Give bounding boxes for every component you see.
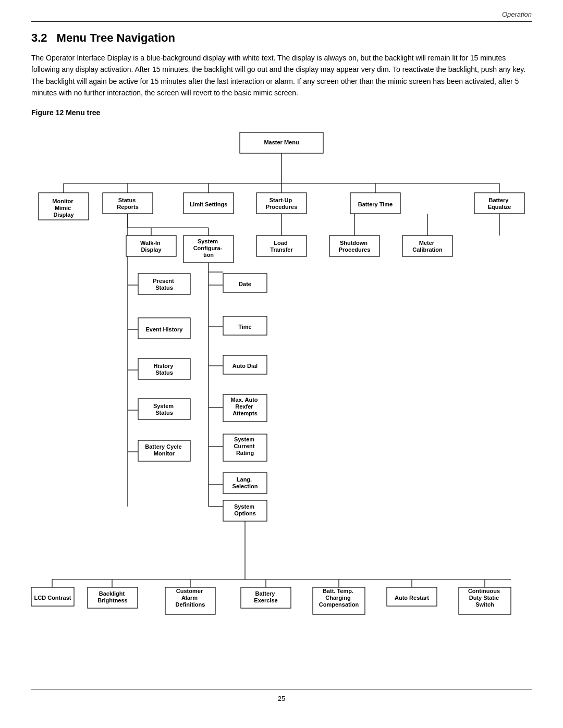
page-header: Operation — [31, 10, 532, 22]
node-present-status-text: Present Status — [153, 277, 175, 290]
node-auto-dial-text: Auto Dial — [232, 362, 258, 368]
node-battery-equalize-text: Battery Equalize — [488, 196, 511, 209]
node-system-options-text: System Options — [234, 503, 256, 516]
body-text: The Operator Interface Display is a blue… — [31, 52, 532, 99]
node-battery-exercise-text: Battery Exercise — [254, 590, 277, 603]
node-time-text: Time — [238, 323, 251, 329]
node-system-current-text: System Current Rating — [234, 436, 256, 455]
node-startup-text: Start-Up Procedures — [266, 196, 298, 209]
node-date-text: Date — [239, 280, 251, 287]
node-system-status-text: System Status — [153, 402, 175, 415]
node-monitor-mimic-text: Monitor Mimic Display — [52, 198, 75, 217]
section-number: 3.2 — [31, 31, 47, 44]
node-master-menu-text: Master Menu — [264, 139, 299, 145]
node-auto-restart-text: Auto Restart — [395, 594, 429, 600]
node-status-reports-text: Status Reports — [117, 196, 139, 209]
node-history-status-text: History Status — [154, 362, 175, 375]
figure-caption: Figure 12 Menu tree — [31, 108, 532, 117]
node-lcd-contrast-text: LCD Contrast — [34, 594, 71, 600]
page-container: Operation 3.2Menu Tree Navigation The Op… — [0, 0, 563, 728]
page-number-text: 25 — [278, 695, 285, 702]
page-number: 25 — [31, 689, 532, 702]
header-label: Operation — [502, 10, 532, 18]
section-title: 3.2Menu Tree Navigation — [31, 31, 532, 45]
section-heading: Menu Tree Navigation — [57, 31, 175, 44]
node-walkin-text: Walk-In Display — [140, 239, 162, 252]
tree-diagram: Master Menu Monitor Mimic Display Status… — [31, 126, 532, 673]
node-limit-settings-text: Limit Settings — [190, 201, 228, 207]
node-event-history-text: Event History — [146, 326, 183, 332]
node-battery-time-text: Battery Time — [358, 201, 393, 207]
node-backlight-text: Backlight Brightness — [97, 590, 127, 603]
node-shutdown-text: Shutdown Procedures — [339, 239, 371, 252]
